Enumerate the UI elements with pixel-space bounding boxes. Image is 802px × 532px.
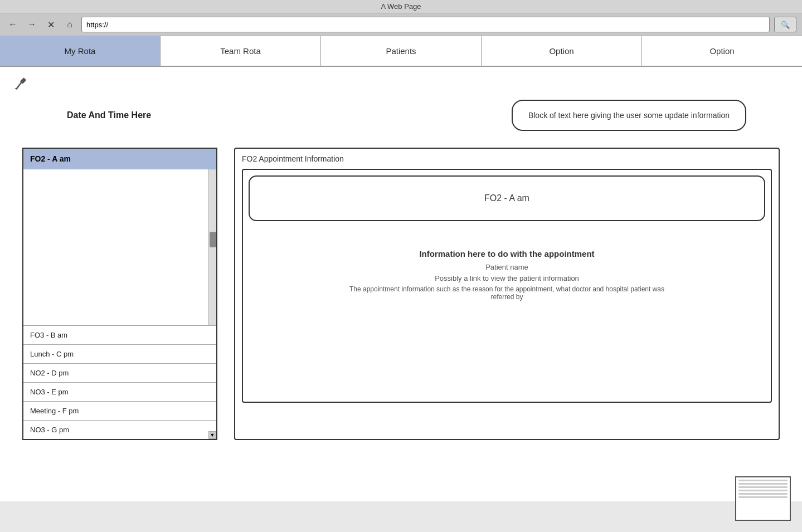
back-button[interactable]: ← [6, 17, 20, 32]
main-content: Date And Time Here Block of text here gi… [0, 67, 802, 501]
tab-team-rota[interactable]: Team Rota [161, 36, 321, 66]
back-icon: ← [8, 19, 17, 30]
scroll-down-button[interactable]: ▼ [208, 431, 216, 439]
appointment-details-text: The appointment information such as the … [340, 285, 674, 301]
appointment-name-label: FO2 - A am [484, 193, 529, 203]
tab-my-rota[interactable]: My Rota [0, 36, 161, 66]
notification-text: Block of text here giving the user some … [528, 111, 730, 120]
forward-button[interactable]: → [25, 17, 39, 32]
lower-content: FO2 - A am FO3 - B am Lunch - C pm NO2 -… [11, 148, 791, 440]
search-icon: 🔍 [781, 21, 790, 29]
edit-icon-area [11, 75, 791, 94]
list-item[interactable]: NO2 - D pm [23, 364, 216, 383]
appointment-patient-name: Patient name [254, 263, 760, 271]
tab-patients[interactable]: Patients [321, 36, 482, 66]
list-item[interactable]: NO3 - G pm [23, 421, 216, 439]
appointment-name-box: FO2 - A am [249, 175, 765, 221]
home-icon: ⌂ [67, 19, 72, 30]
thumbnail-line [738, 480, 788, 481]
thumbnail-line [738, 483, 788, 485]
date-time-label: Date And Time Here [67, 110, 151, 120]
info-row: Date And Time Here Block of text here gi… [11, 100, 791, 131]
list-item[interactable]: FO3 - B am [23, 326, 216, 345]
nav-tabs: My Rota Team Rota Patients Option Option [0, 36, 802, 67]
rota-list-panel: FO2 - A am FO3 - B am Lunch - C pm NO2 -… [22, 148, 217, 440]
appointment-panel-title: FO2 Appointment Information [242, 154, 772, 163]
rota-selected-item[interactable]: FO2 - A am [23, 149, 216, 169]
edit-button[interactable] [11, 75, 29, 93]
appointment-panel: FO2 Appointment Information FO2 - A am I… [234, 148, 780, 440]
close-button[interactable]: ✕ [43, 17, 58, 32]
thumbnail-line [738, 493, 788, 495]
home-button[interactable]: ⌂ [62, 17, 77, 32]
appointment-info-section: Information here to do with the appointm… [249, 243, 765, 306]
browser-chrome: ← → ✕ ⌂ 🔍 [0, 13, 802, 36]
thumbnail-line [738, 496, 788, 498]
title-bar: A Web Page [0, 0, 802, 13]
rota-scrollbar[interactable] [208, 169, 216, 325]
svg-line-2 [17, 80, 23, 89]
pencil-icon [12, 76, 28, 92]
appointment-patient-link[interactable]: Possibly a link to view the patient info… [254, 274, 760, 282]
appointment-info-heading: Information here to do with the appointm… [254, 249, 760, 258]
thumbnail-line [738, 486, 788, 488]
page-title: A Web Page [381, 2, 421, 11]
search-button[interactable]: 🔍 [774, 17, 796, 32]
forward-icon: → [27, 19, 36, 30]
thumbnail-preview [736, 477, 790, 520]
notification-box: Block of text here giving the user some … [512, 100, 746, 131]
rota-list-body [23, 169, 216, 325]
list-item[interactable]: Meeting - F pm [23, 402, 216, 421]
page-thumbnail [735, 476, 791, 521]
appointment-inner: FO2 - A am Information here to do with t… [242, 169, 772, 403]
rota-list-items: FO3 - B am Lunch - C pm NO2 - D pm NO3 -… [23, 325, 216, 439]
list-item[interactable]: NO3 - E pm [23, 383, 216, 402]
thumbnail-line [738, 490, 788, 491]
list-item[interactable]: Lunch - C pm [23, 345, 216, 364]
tab-option1[interactable]: Option [482, 36, 642, 66]
scrollbar-thumb [210, 232, 216, 247]
close-icon: ✕ [47, 19, 55, 30]
tab-option2[interactable]: Option [642, 36, 802, 66]
address-bar[interactable] [81, 17, 770, 32]
